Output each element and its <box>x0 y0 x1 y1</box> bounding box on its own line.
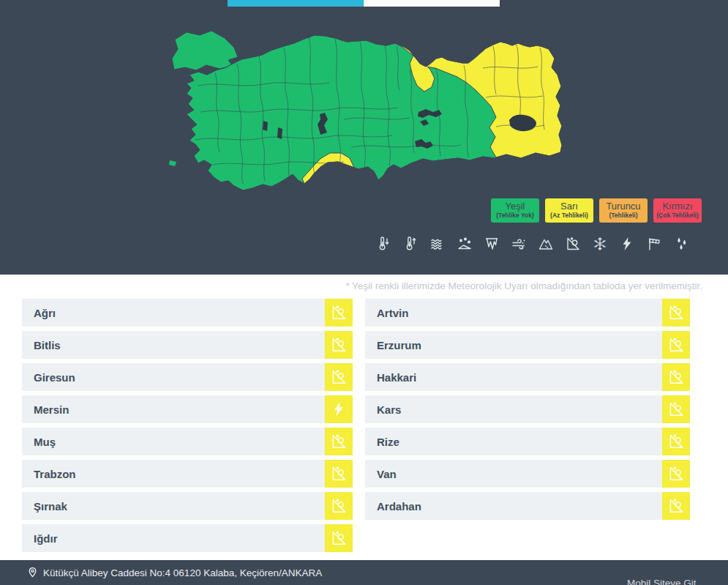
warning-table-section: * Yeşil renkli illerimizde Meteorolojik … <box>0 275 728 560</box>
warning-row-Şırnak[interactable]: Şırnak <box>22 492 353 520</box>
thunderstorm-warning-icon <box>325 395 353 423</box>
mgm-warnings-page: { "top_tabs": [ {"id": "active-tab", "co… <box>0 0 728 585</box>
province-name: Hakkari <box>365 371 416 384</box>
avalanche-warning-icon <box>325 299 353 327</box>
tab-active[interactable] <box>228 0 364 7</box>
warning-row-Iğdır[interactable]: Iğdır <box>22 524 353 552</box>
legend-label: Yeşil <box>506 201 525 212</box>
province-name: Erzurum <box>365 339 421 351</box>
warning-row-Erzurum[interactable]: Erzurum <box>365 331 690 359</box>
footer: Kütükçü Alibey Caddesi No:4 06120 Kalaba… <box>0 560 728 585</box>
legend-label: Kırmızı <box>662 201 692 212</box>
province-name: Şırnak <box>22 500 67 513</box>
high-temperature-icon <box>402 236 419 252</box>
warning-row-Hakkari[interactable]: Hakkari <box>365 363 690 391</box>
legend-box-2: Sarı(Az Tehlikeli) <box>545 198 593 223</box>
mobile-site-link[interactable]: Mobil Siteye Git <box>627 578 697 585</box>
province-column-left: AğrıBitlisGiresunMersinMuşTrabzonŞırnakI… <box>22 299 353 556</box>
province-column-right: ArtvinErzurumHakkariKarsRizeVanArdahan <box>365 299 690 524</box>
map-thrace-region[interactable] <box>172 31 238 70</box>
rain-icon <box>673 236 689 252</box>
province-name: Trabzon <box>22 468 76 480</box>
location-pin-icon <box>28 567 37 579</box>
green-provinces-note: * Yeşil renkli illerimizde Meteorolojik … <box>345 280 702 291</box>
legend-label: Turuncu <box>606 201 640 212</box>
warning-row-Trabzon[interactable]: Trabzon <box>22 460 353 488</box>
thunderstorm-icon <box>619 236 635 252</box>
warning-row-Rize[interactable]: Rize <box>365 428 690 455</box>
address-text: Kütükçü Alibey Caddesi No:4 06120 Kalaba… <box>43 567 322 578</box>
avalanche-warning-icon <box>325 524 353 552</box>
avalanche-warning-icon <box>662 363 690 391</box>
legend-box-1: Yeşil(Tehlike Yok) <box>491 198 539 223</box>
province-name: Kars <box>365 403 401 416</box>
avalanche-warning-icon <box>325 363 353 391</box>
province-name: Van <box>365 468 397 480</box>
blowing-snow-icon <box>511 236 527 252</box>
avalanche-warning-icon <box>662 395 690 423</box>
warning-row-Artvin[interactable]: Artvin <box>365 299 690 327</box>
legend-sublabel: (Tehlike Yok) <box>496 212 534 220</box>
severity-legend: Yeşil(Tehlike Yok)Sarı(Az Tehlikeli)Turu… <box>491 198 702 223</box>
province-name: Giresun <box>22 371 75 384</box>
avalanche-icon <box>565 236 581 252</box>
province-name: Muş <box>22 436 56 448</box>
province-name: Iğdır <box>22 532 58 545</box>
warning-row-Ardahan[interactable]: Ardahan <box>365 492 690 520</box>
icing-icon <box>484 236 500 252</box>
avalanche-warning-icon <box>325 492 353 520</box>
fog-icon <box>429 236 446 252</box>
avalanche-warning-icon <box>325 460 353 488</box>
province-name: Rize <box>365 436 399 448</box>
legend-sublabel: (Az Tehlikeli) <box>550 212 588 220</box>
snowflake-icon <box>592 236 608 252</box>
avalanche-warning-icon <box>662 428 690 455</box>
legend-box-4: Kırmızı(Çok Tehlikeli) <box>653 198 702 223</box>
province-name: Artvin <box>365 307 408 319</box>
warning-row-Giresun[interactable]: Giresun <box>22 363 353 391</box>
warning-type-icon-bar <box>375 236 689 252</box>
turkey-warning-map[interactable] <box>168 24 563 192</box>
avalanche-warning-icon <box>325 331 353 359</box>
mountain-hazard-icon <box>538 236 554 252</box>
province-name: Bitlis <box>22 339 61 351</box>
windsock-icon <box>646 236 662 252</box>
map-island <box>169 160 176 166</box>
avalanche-warning-icon <box>662 299 690 327</box>
province-name: Ardahan <box>365 500 421 513</box>
province-name: Mersin <box>22 403 69 416</box>
warning-row-Mersin[interactable]: Mersin <box>22 395 353 423</box>
avalanche-warning-icon <box>662 331 690 359</box>
snow-ground-icon <box>457 236 473 252</box>
legend-label: Sarı <box>560 201 578 212</box>
province-name: Ağrı <box>22 307 56 319</box>
legend-sublabel: (Tehlikeli) <box>609 212 637 220</box>
map-section: Yeşil(Tehlike Yok)Sarı(Az Tehlikeli)Turu… <box>0 7 728 275</box>
warning-row-Bitlis[interactable]: Bitlis <box>22 331 353 359</box>
warning-row-Muş[interactable]: Muş <box>22 428 353 455</box>
avalanche-warning-icon <box>662 460 690 488</box>
avalanche-warning-icon <box>662 492 690 520</box>
tab-inactive[interactable] <box>364 0 500 7</box>
top-strip <box>0 0 728 7</box>
warning-row-Ağrı[interactable]: Ağrı <box>22 299 353 327</box>
warning-row-Van[interactable]: Van <box>365 460 690 488</box>
legend-box-3: Turuncu(Tehlikeli) <box>599 198 648 223</box>
legend-sublabel: (Çok Tehlikeli) <box>656 212 698 220</box>
low-temperature-icon <box>375 236 391 252</box>
avalanche-warning-icon <box>325 428 353 455</box>
warning-row-Kars[interactable]: Kars <box>365 395 690 423</box>
